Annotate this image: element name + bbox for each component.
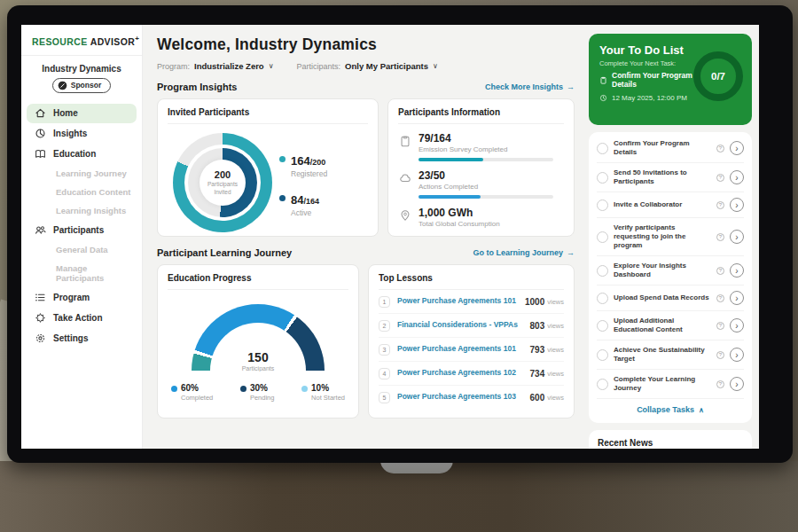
stat-progress-bar: [419, 158, 553, 161]
lesson-row: 4 Power Purchase Agreements 102 734 view…: [379, 362, 564, 386]
task-checkbox[interactable]: [597, 349, 608, 361]
logo-text-secondary: ADVISOR: [90, 36, 136, 47]
sidebar-item[interactable]: Participants: [27, 221, 137, 240]
todo-progress-count: 0/7: [711, 71, 725, 82]
sidebar-item-icon: [35, 312, 46, 324]
info-icon[interactable]: ?: [716, 174, 724, 182]
sidebar-item-icon: [35, 332, 46, 344]
stat-row: 23/50 Actions Completed: [398, 169, 564, 199]
sidebar-item-icon: [35, 107, 46, 119]
lesson-rank: 1: [379, 296, 390, 308]
recent-news-title: Recent News: [598, 438, 743, 449]
task-checkbox[interactable]: [597, 172, 608, 184]
lesson-title-link[interactable]: Power Purchase Agreements 101: [397, 297, 525, 305]
chevron-right-icon[interactable]: ›: [730, 230, 744, 244]
sidebar-item[interactable]: Program: [27, 288, 137, 308]
lesson-views: 734: [530, 369, 545, 379]
sidebar-item[interactable]: Home: [27, 104, 137, 123]
task-row[interactable]: Upload Additional Educational Content ? …: [597, 311, 744, 340]
sidebar-item-label: Insights: [53, 129, 87, 138]
sidebar-item-label: Take Action: [53, 313, 103, 323]
lesson-row: 3 Power Purchase Agreements 101 793 view…: [379, 338, 564, 362]
monitor-bezel: RESOURCE ADVISOR+ Industry Dynamics Spon…: [7, 5, 793, 463]
filter-value[interactable]: Industrialize Zero: [194, 61, 264, 71]
go-to-learning-journey-link[interactable]: Go to Learning Journey→: [473, 248, 575, 257]
task-row[interactable]: Send 50 Invitations to Participants ? ›: [597, 163, 744, 192]
filter-value[interactable]: Only My Participants: [345, 61, 428, 71]
sidebar-item[interactable]: General Data: [27, 241, 137, 259]
lesson-title-link[interactable]: Power Purchase Agreements 102: [397, 369, 530, 377]
check-more-insights-link[interactable]: Check More Insights→: [485, 82, 575, 91]
lesson-views: 600: [530, 393, 545, 403]
legend-label: Not Started: [311, 394, 345, 402]
legend-item: 164/200 Registered: [279, 153, 327, 178]
lesson-views-suffix: views: [547, 370, 564, 378]
invited-donut-chart: 200 Participants Invited: [173, 133, 272, 232]
sidebar-item[interactable]: Manage Participants: [27, 260, 137, 287]
invited-participants-card: Invited Participants 200 Participants In…: [157, 98, 379, 237]
task-row[interactable]: Complete Your Learning Journey ? ›: [597, 370, 744, 399]
legend-value: 164: [291, 154, 310, 168]
org-name: Industry Dynamics: [21, 64, 142, 74]
chevron-right-icon[interactable]: ›: [730, 348, 744, 362]
task-row[interactable]: Verify participants requesting to join t…: [597, 218, 744, 256]
task-checkbox[interactable]: [597, 293, 608, 304]
sidebar-item[interactable]: Take Action: [27, 309, 137, 328]
task-row[interactable]: Confirm Your Program Details ? ›: [597, 134, 744, 163]
chevron-right-icon[interactable]: ›: [730, 291, 744, 305]
lesson-title-link[interactable]: Financial Considerations - VPPAs: [397, 321, 530, 329]
stat-row: 1,000 GWh Total Global Consumption: [398, 207, 564, 228]
info-icon[interactable]: ?: [716, 351, 724, 359]
clipboard-icon: [599, 76, 607, 84]
task-checkbox[interactable]: [597, 200, 608, 211]
todo-task-list: Confirm Your Program Details ? › Send 50…: [589, 132, 752, 423]
sponsor-badge[interactable]: Sponsor: [52, 78, 111, 93]
sidebar-item-label: Learning Insights: [56, 206, 126, 215]
task-row[interactable]: Invite a Collaborator ? ›: [597, 192, 744, 218]
info-icon[interactable]: ?: [716, 201, 724, 209]
sidebar-item[interactable]: Insights: [27, 124, 137, 144]
chevron-right-icon[interactable]: ›: [730, 198, 744, 212]
task-checkbox[interactable]: [597, 379, 608, 390]
info-icon[interactable]: ?: [716, 294, 724, 302]
sidebar-item[interactable]: Education: [27, 145, 137, 164]
lesson-title-link[interactable]: Power Purchase Agreements 101: [397, 345, 530, 353]
info-icon[interactable]: ?: [716, 233, 724, 241]
chevron-right-icon[interactable]: ›: [730, 318, 744, 332]
filter-dropdown[interactable]: Participants: Only My Participants ∨: [297, 61, 438, 71]
sidebar-item-label: Manage Participants: [56, 263, 131, 283]
sidebar-item[interactable]: Learning Insights: [27, 202, 137, 220]
task-checkbox[interactable]: [597, 143, 608, 154]
lesson-views: 803: [530, 321, 545, 331]
section-title-program-insights: Program Insights: [157, 82, 237, 92]
task-row[interactable]: Achieve One Sustainability Target ? ›: [597, 340, 744, 370]
sidebar-item[interactable]: Education Content: [27, 184, 137, 201]
chevron-right-icon[interactable]: ›: [730, 170, 744, 184]
sidebar-item[interactable]: Settings: [27, 329, 137, 348]
sidebar-item-label: Settings: [53, 333, 88, 343]
chevron-right-icon[interactable]: ›: [730, 377, 744, 391]
info-icon[interactable]: ?: [716, 145, 724, 153]
page-title: Welcome, Industry Dynamics: [157, 35, 575, 54]
gauge-legend: 60% Completed 30% Pending 10%: [168, 383, 348, 402]
stat-label: Actions Completed: [419, 183, 553, 191]
task-checkbox[interactable]: [597, 265, 608, 277]
chevron-right-icon[interactable]: ›: [730, 263, 744, 278]
lesson-row: 2 Financial Considerations - VPPAs 803 v…: [379, 314, 564, 338]
task-checkbox[interactable]: [597, 231, 608, 243]
filter-dropdown[interactable]: Program: Industrialize Zero ∨: [157, 61, 274, 71]
info-icon[interactable]: ?: [716, 380, 724, 388]
app-logo: RESOURCE ADVISOR+: [21, 25, 142, 56]
sidebar-item[interactable]: Learning Journey: [27, 165, 137, 183]
task-row[interactable]: Explore Your Insights Dashboard ? ›: [597, 256, 744, 286]
chevron-right-icon[interactable]: ›: [730, 141, 744, 155]
lesson-views-suffix: views: [547, 394, 564, 402]
info-icon[interactable]: ?: [716, 322, 724, 330]
lesson-title-link[interactable]: Power Purchase Agreements 103: [397, 393, 530, 401]
sidebar-item-label: Education: [53, 149, 96, 159]
task-checkbox[interactable]: [597, 320, 608, 332]
task-row[interactable]: Upload Spend Data Records ? ›: [597, 286, 744, 311]
sidebar-nav: Home Insights Education Learning Journey: [21, 104, 142, 348]
info-icon[interactable]: ?: [716, 267, 724, 275]
collapse-tasks-link[interactable]: Collapse Tasks∧: [597, 399, 744, 421]
